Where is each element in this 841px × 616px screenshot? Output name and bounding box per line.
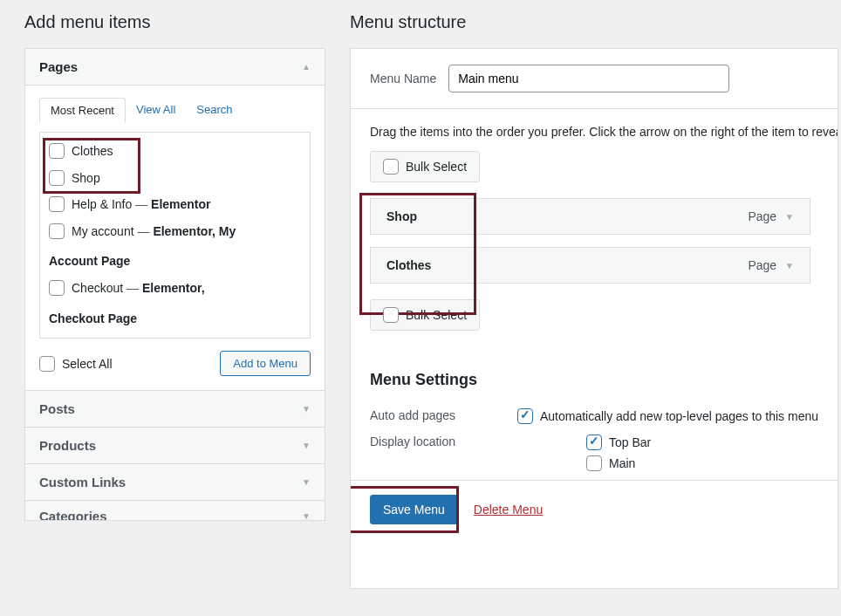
save-menu-button[interactable]: Save Menu [370, 495, 458, 524]
custom-links-panel-title: Custom Links [39, 475, 126, 489]
pages-panel-toggle[interactable]: Pages ▲ [25, 49, 325, 85]
menu-item-title: Clothes [386, 258, 431, 272]
products-panel-title: Products [39, 438, 96, 453]
display-location-main-checkbox[interactable] [586, 455, 602, 471]
display-location-topbar-checkbox[interactable] [586, 435, 602, 450]
posts-panel-toggle[interactable]: Posts ▼ [25, 391, 325, 427]
pages-panel: Pages ▲ Most Recent View All Search [24, 48, 325, 390]
add-menu-items-heading: Add menu items [24, 12, 325, 32]
list-item: Checkout — Elementor, Checkout Page [45, 275, 308, 332]
menu-name-input[interactable] [448, 65, 729, 92]
page-checkbox-clothes[interactable] [49, 143, 65, 159]
select-all-checkbox[interactable] [39, 356, 55, 372]
page-label[interactable]: Shop [72, 167, 100, 190]
custom-links-panel-toggle[interactable]: Custom Links ▼ [25, 464, 325, 500]
auto-add-pages-option[interactable]: Automatically add new top-level pages to… [517, 408, 818, 424]
list-item: My account — Elementor, My Account Page [45, 218, 308, 275]
tab-view-all[interactable]: View All [126, 98, 186, 123]
add-to-menu-button[interactable]: Add to Menu [220, 351, 311, 376]
expand-icon: ▼ [302, 511, 311, 521]
select-all-label: Select All [62, 357, 113, 371]
collapse-icon: ▲ [302, 62, 311, 72]
auto-add-pages-label: Auto add pages [370, 408, 517, 424]
display-location-topbar[interactable]: Top Bar [586, 435, 651, 450]
pages-checklist[interactable]: Clothes Shop Help & Info — Elementor [45, 138, 308, 332]
expand-icon: ▼ [302, 477, 311, 487]
chevron-down-icon[interactable]: ▼ [785, 212, 794, 222]
menu-item-type: Page [748, 209, 776, 223]
drag-hint-text: Drag the items into the order you prefer… [370, 125, 818, 139]
list-item: Help & Info — Elementor [45, 191, 308, 218]
tab-search[interactable]: Search [186, 98, 243, 123]
menu-name-label: Menu Name [370, 72, 436, 86]
pages-panel-title: Pages [39, 59, 78, 74]
products-panel-toggle[interactable]: Products ▼ [25, 428, 325, 463]
page-label[interactable]: Checkout — Elementor, [72, 277, 304, 300]
page-label[interactable]: My account — Elementor, My [72, 220, 304, 243]
delete-menu-link[interactable]: Delete Menu [474, 503, 543, 517]
bulk-select-button-top[interactable]: Bulk Select [370, 151, 480, 182]
menu-settings-heading: Menu Settings [370, 371, 818, 389]
menu-item-clothes[interactable]: Clothes Page ▼ [370, 247, 810, 284]
bulk-select-checkbox-top[interactable] [383, 159, 399, 175]
list-item: Shop [45, 165, 308, 192]
page-checkbox-checkout[interactable] [49, 280, 65, 296]
bulk-select-checkbox-bottom[interactable] [383, 307, 399, 323]
menu-item-title: Shop [386, 209, 417, 223]
menu-item-shop[interactable]: Shop Page ▼ [370, 198, 810, 235]
display-location-label: Display location [370, 435, 586, 471]
bulk-select-button-bottom[interactable]: Bulk Select [370, 299, 480, 331]
add-menu-items-column: Add menu items Pages ▲ Most Recent View … [24, 12, 325, 589]
tab-most-recent[interactable]: Most Recent [39, 98, 126, 123]
display-location-main[interactable]: Main [586, 455, 651, 471]
menu-structure-column: Menu structure Menu Name Drag the items … [350, 12, 841, 589]
categories-panel-title: Categories [39, 509, 107, 521]
menu-structure-heading: Menu structure [350, 12, 841, 32]
categories-panel-toggle[interactable]: Categories ▼ [25, 501, 325, 520]
menu-item-type: Page [748, 258, 776, 272]
auto-add-pages-checkbox[interactable] [517, 408, 533, 424]
page-label[interactable]: Help & Info — Elementor [72, 193, 211, 216]
select-all-row[interactable]: Select All [39, 356, 113, 372]
posts-panel-title: Posts [39, 401, 75, 416]
expand-icon: ▼ [302, 404, 311, 414]
list-item: Cart — Elementor, Cart Page [45, 332, 308, 332]
expand-icon: ▼ [302, 441, 311, 450]
page-checkbox-shop[interactable] [49, 170, 65, 186]
page-label[interactable]: Clothes [72, 140, 113, 163]
page-checkbox-my-account[interactable] [49, 223, 65, 239]
page-checkbox-help-info[interactable] [49, 196, 65, 212]
chevron-down-icon[interactable]: ▼ [785, 261, 794, 270]
list-item: Clothes [45, 138, 308, 165]
